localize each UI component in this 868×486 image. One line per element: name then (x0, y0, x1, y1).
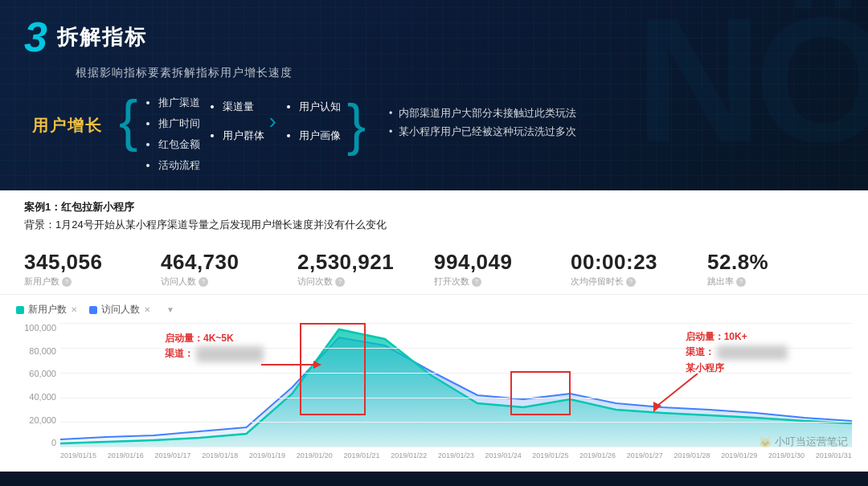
info-icon[interactable]: ? (736, 277, 746, 287)
factor-item: 红包金额 (158, 134, 200, 155)
watermark-text: 小叮当运营笔记 (775, 435, 848, 449)
legend-close-icon-2[interactable]: ✕ (144, 305, 150, 314)
watermark-icon: 🐱 (759, 436, 772, 448)
metric-label: 访问次数 ? (297, 276, 426, 288)
metric-value: 345,056 (24, 250, 153, 275)
chart-section: 新用户数 ✕ 访问人数 ✕ ▼ 100,000 80,000 60,000 40… (0, 295, 868, 472)
chart-area: 启动量：4K~5K 渠道： 某青年部公众号 启动量：10K+ 渠道： 某小程序渠… (60, 323, 852, 447)
y-label: 80,000 (16, 346, 56, 356)
legend-color-blue (89, 306, 97, 314)
left-arrow-svg (261, 355, 326, 375)
legend-new-users[interactable]: 新用户数 ✕ (16, 303, 77, 317)
metric-value: 52.8% (707, 250, 836, 275)
factor-item: 用户群体 (223, 121, 264, 150)
metric-value: 464,730 (161, 250, 289, 275)
annotation-left-line1: 启动量：4K~5K (165, 331, 264, 346)
info-icon[interactable]: ? (626, 277, 636, 287)
svg-marker-1 (313, 361, 321, 369)
metric-new-users: 345,056 新用户数 ? (24, 250, 161, 288)
annotation-right-line1: 启动量：10K+ (686, 329, 788, 345)
chart-legend: 新用户数 ✕ 访问人数 ✕ ▼ (16, 303, 852, 317)
y-label: 0 (16, 438, 56, 447)
legend-close-icon[interactable]: ✕ (71, 305, 77, 314)
metric-value: 00:00:23 (571, 250, 699, 275)
factor-item: 用户画像 (299, 121, 341, 150)
watermark: 🐱 小叮当运营笔记 (759, 435, 848, 449)
legend-label-new-users: 新用户数 (28, 303, 67, 317)
x-label: 2019/01/24 (485, 451, 522, 459)
metric-duration: 00:00:23 次均停留时长 ? (571, 250, 707, 288)
y-axis: 100,000 80,000 60,000 40,000 20,000 0 (16, 323, 60, 447)
metric-visits: 2,530,921 访问次数 ? (297, 250, 434, 288)
x-label: 2019/01/23 (438, 451, 474, 459)
info-icon[interactable]: ? (62, 277, 72, 287)
x-label: 2019/01/30 (768, 451, 805, 459)
x-label: 2019/01/26 (579, 451, 616, 459)
y-label: 40,000 (16, 392, 56, 402)
x-label: 2019/01/29 (721, 451, 757, 459)
metric-label: 次均停留时长 ? (571, 276, 699, 288)
metric-value: 994,049 (434, 250, 563, 275)
x-label: 2019/01/16 (108, 451, 144, 459)
annotation-left: 启动量：4K~5K 渠道： 某青年部公众号 (165, 331, 264, 361)
x-axis: 2019/01/15 2019/01/16 2019/01/17 2019/01… (60, 447, 852, 464)
metric-label: 打开次数 ? (434, 276, 563, 288)
info-icon[interactable]: ? (335, 277, 345, 287)
x-label: 2019/01/17 (154, 451, 190, 459)
brace-close-1: } (347, 96, 366, 153)
svg-line-2 (657, 374, 698, 406)
info-icon[interactable]: ? (199, 277, 208, 287)
annotation-left-line2: 渠道： 某青年部公众号 (165, 346, 264, 361)
title-row: 3 拆解指标 (24, 16, 844, 58)
case-section: 案例1：红包拉新小程序 背景：1月24号开始从某小程序渠道导量之后发现用户增长速… (0, 190, 868, 240)
brace-open-1: { (119, 92, 137, 149)
y-label: 100,000 (16, 323, 56, 333)
annotation-right-line2: 渠道： 某小程序渠道名称 (686, 345, 788, 360)
chart-wrapper: 100,000 80,000 60,000 40,000 20,000 0 (16, 323, 852, 464)
x-label: 2019/01/18 (202, 451, 238, 459)
legend-color-teal (16, 306, 24, 314)
right-arrow-svg (641, 374, 706, 414)
metric-label: 新用户数 ? (24, 276, 153, 288)
metric-bounce: 52.8% 跳出率 ? (707, 250, 844, 288)
obs-item-2: 某小程序用户已经被这种玩法洗过多次 (386, 123, 576, 141)
x-label: 2019/01/15 (60, 451, 96, 459)
user-growth-label: 用户增长 (32, 115, 103, 137)
factors-container: { 推广渠道 推广时间 红包金额 活动流程 渠道量 用户群体 › 用户认知 (119, 92, 844, 176)
metrics-row: 345,056 新用户数 ? 464,730 访问人数 ? 2,530,921 … (0, 240, 868, 295)
metric-opens: 994,049 打开次数 ? (434, 250, 571, 288)
arrow-connector-1: › (268, 108, 276, 134)
x-label: 2019/01/22 (391, 451, 427, 459)
legend-label-visitors: 访问人数 (101, 303, 140, 317)
top-section: NÖ 3 拆解指标 根据影响指标要素拆解指标用户增长速度 用户增长 { 推广渠道… (0, 0, 868, 190)
factor-item: 推广时间 (158, 113, 200, 134)
legend-visitors[interactable]: 访问人数 ✕ (89, 303, 150, 317)
info-icon[interactable]: ? (472, 277, 481, 287)
x-label: 2019/01/25 (532, 451, 568, 459)
metric-label: 跳出率 ? (707, 276, 836, 288)
factor-item: 用户认知 (299, 92, 341, 121)
factor-item: 渠道量 (223, 92, 264, 121)
metric-label: 访问人数 ? (161, 276, 289, 288)
factor-item: 推广渠道 (158, 92, 200, 113)
step-number: 3 (24, 16, 47, 58)
x-label: 2019/01/20 (297, 451, 333, 459)
x-label: 2019/01/19 (249, 451, 285, 459)
content-area: 用户增长 { 推广渠道 推广时间 红包金额 活动流程 渠道量 用户群体 › (32, 92, 844, 176)
x-label: 2019/01/31 (816, 451, 852, 459)
x-label: 2019/01/27 (627, 451, 663, 459)
subtitle: 根据影响指标要素拆解指标用户增长速度 (76, 66, 844, 80)
y-label: 20,000 (16, 415, 56, 425)
factor-item: 活动流程 (158, 155, 200, 176)
metric-visitors: 464,730 访问人数 ? (161, 250, 297, 288)
annotation-right: 启动量：10K+ 渠道： 某小程序渠道名称 某小程序 (686, 329, 788, 376)
x-label: 2019/01/28 (674, 451, 710, 459)
dropdown-arrow[interactable]: ▼ (166, 305, 174, 314)
factor-list-3: 用户认知 用户画像 (285, 92, 341, 151)
case-background: 背景：1月24号开始从某小程序渠道导量之后发现用户增长速度并没有什么变化 (24, 218, 387, 231)
section-title: 拆解指标 (57, 23, 147, 51)
observations: 内部渠道用户大部分未接触过此类玩法 某小程序用户已经被这种玩法洗过多次 (386, 104, 576, 141)
y-label: 60,000 (16, 369, 56, 378)
blurred-channel-left: 某青年部公众号 (196, 346, 264, 361)
factor-list-2: 渠道量 用户群体 (208, 92, 264, 151)
